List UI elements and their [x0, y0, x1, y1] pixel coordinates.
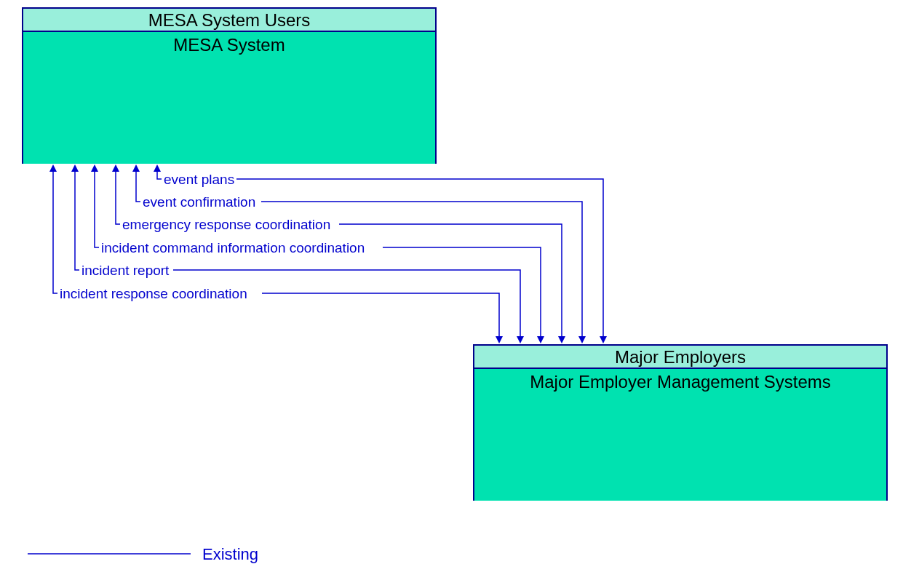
- box-mesa-system-body: MESA System: [23, 32, 435, 164]
- box-major-employer-body: Major Employer Management Systems: [474, 369, 886, 501]
- box-major-employer: Major Employers Major Employer Managemen…: [473, 344, 888, 501]
- box-mesa-system-header: MESA System Users: [23, 9, 435, 32]
- flow-label-incident-command-information-coordination: incident command information coordinatio…: [101, 240, 365, 256]
- flow-label-event-confirmation: event confirmation: [143, 194, 255, 210]
- flow-label-incident-report: incident report: [81, 263, 169, 279]
- flow-label-incident-response-coordination: incident response coordination: [60, 286, 247, 302]
- box-mesa-system: MESA System Users MESA System: [22, 7, 437, 164]
- flow-label-emergency-response-coordination: emergency response coordination: [122, 217, 330, 233]
- box-major-employer-header: Major Employers: [474, 346, 886, 369]
- flow-label-event-plans: event plans: [164, 172, 234, 188]
- legend-existing-label: Existing: [202, 545, 258, 564]
